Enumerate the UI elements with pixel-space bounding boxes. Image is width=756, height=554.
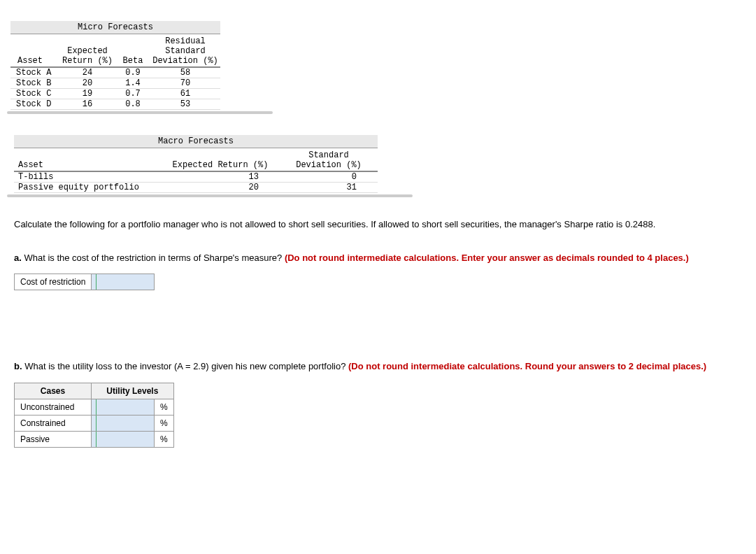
th-standard-deviation: Standard Deviation (%) [280,150,378,172]
table-cell: 20 [161,183,280,193]
percent-unit: % [155,399,174,415]
table-cell: 0 [280,172,378,183]
cost-label: Cost of restriction [15,274,92,290]
cost-input[interactable] [92,274,155,290]
table-cell: 0.9 [115,68,150,78]
utility-input-constrained[interactable] [92,415,155,431]
table-cell: 0.7 [115,89,150,99]
th-cases: Cases [15,383,92,399]
qb-label: b. [14,361,22,371]
micro-forecasts-table: Micro Forecasts Asset Expected Return (%… [14,21,266,114]
utility-input-passive[interactable] [92,431,155,447]
question-b: b. What is the utility loss to the inves… [14,360,742,373]
micro-title: Micro Forecasts [10,21,220,34]
qa-text: What is the cost of the restriction in t… [22,253,285,263]
table-cell: Passive equity portfolio [14,183,161,193]
th-asset: Asset [10,36,59,68]
table-cell: 31 [280,183,378,193]
table-cell: 53 [150,99,220,110]
table-cell: 58 [150,68,220,78]
table-cell: Stock A [10,68,59,78]
th-expected-return: Expected Return (%) [59,36,115,68]
th-asset: Asset [14,150,161,172]
cost-of-restriction-table: Cost of restriction [14,274,155,290]
table-cell: 70 [150,78,220,89]
qa-label: a. [14,253,22,263]
table-cell: 24 [59,68,115,78]
percent-unit: % [155,431,174,447]
intro-paragraph: Calculate the following for a portfolio … [14,218,742,231]
th-beta: Beta [115,36,150,68]
table-cell: 16 [59,99,115,110]
qa-hint: (Do not round intermediate calculations.… [285,253,689,263]
table-cell: Stock C [10,89,59,99]
percent-unit: % [155,415,174,431]
table-row: Unconstrained % [15,399,174,415]
table-cell: T-bills [14,172,161,183]
table-row: Constrained % [15,415,174,431]
macro-title: Macro Forecasts [14,135,378,148]
th-expected-return: Expected Return (%) [161,150,280,172]
table-cell: 61 [150,89,220,99]
table-cell: 13 [161,172,280,183]
case-label: Constrained [15,415,92,431]
table-cell: Stock B [10,78,59,89]
table-cell: 1.4 [115,78,150,89]
question-a: a. What is the cost of the restriction i… [14,252,742,264]
case-label: Unconstrained [15,399,92,415]
utility-input-unconstrained[interactable] [92,399,155,415]
case-label: Passive [15,431,92,447]
th-utility-levels: Utility Levels [92,383,174,399]
table-cell: 0.8 [115,99,150,110]
table-cell: 20 [59,78,115,89]
table-row: Passive % [15,431,174,447]
qb-hint: (Do not round intermediate calculations.… [348,361,706,371]
utility-levels-table: Cases Utility Levels Unconstrained % Con… [14,383,174,448]
qb-text: What is the utility loss to the investor… [22,361,348,371]
th-residual-sd: Residual Standard Deviation (%) [150,36,220,68]
table-cell: 19 [59,89,115,99]
macro-forecasts-table: Macro Forecasts Asset Expected Return (%… [14,135,406,197]
table-cell: Stock D [10,99,59,110]
